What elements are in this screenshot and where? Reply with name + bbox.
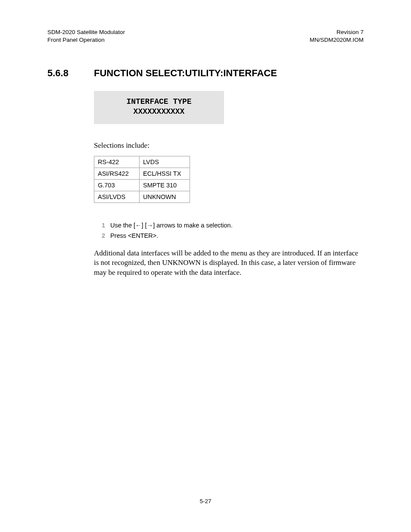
table-row: ASI/LVDS UNKNOWN [94,191,190,202]
section-heading: 5.6.8 FUNCTION SELECT:UTILITY:INTERFACE [47,68,364,79]
options-table: RS-422 LVDS ASI/RS422 ECL/HSSI TX G.703 … [94,156,190,203]
table-row: RS-422 LVDS [94,156,190,168]
arrow-left-icon: ← [135,222,142,229]
section-number: 5.6.8 [47,68,94,79]
header-doc-title: SDM-2020 Satellite Modulator [47,28,125,36]
table-row: G.703 SMPTE 310 [94,179,190,191]
page-header: SDM-2020 Satellite Modulator Front Panel… [47,28,364,44]
step-text: Press <ENTER>. [110,232,158,239]
option-cell: UNKNOWN [140,191,190,202]
step-text-segment: Use the [ [110,222,135,229]
step-text-segment: ] arrows to make a selection. [153,222,233,229]
lcd-display-box: INTERFACE TYPE XXXXXXXXXXX [94,91,224,124]
step-number: 2 [94,232,110,239]
option-cell: ASI/RS422 [94,168,140,179]
page-number: 5-27 [0,498,411,504]
header-right: Revision 7 MN/SDM2020M.IOM [310,28,364,44]
table-row: ASI/RS422 ECL/HSSI TX [94,168,190,179]
step-text-segment: ] [ [142,222,147,229]
header-revision: Revision 7 [310,28,364,36]
step-item: 1 Use the [←] [→] arrows to make a selec… [94,222,364,229]
header-doc-subtitle: Front Panel Operation [47,36,125,44]
option-cell: RS-422 [94,156,140,168]
step-number: 1 [94,222,110,229]
option-cell: G.703 [94,179,140,191]
selections-intro: Selections include: [94,141,364,150]
step-text: Use the [←] [→] arrows to make a selecti… [110,222,233,229]
option-cell: ASI/LVDS [94,191,140,202]
steps-list: 1 Use the [←] [→] arrows to make a selec… [94,222,364,239]
lcd-line-2: XXXXXXXXXXX [94,107,224,117]
option-cell: ECL/HSSI TX [140,168,190,179]
header-doc-id: MN/SDM2020M.IOM [310,36,364,44]
body-paragraph: Additional data interfaces will be added… [94,249,364,277]
page: SDM-2020 Satellite Modulator Front Panel… [0,0,411,532]
step-item: 2 Press <ENTER>. [94,232,364,239]
arrow-right-icon: → [147,222,153,229]
option-cell: SMPTE 310 [140,179,190,191]
lcd-line-1: INTERFACE TYPE [94,97,224,107]
content-column: INTERFACE TYPE XXXXXXXXXXX Selections in… [94,91,364,277]
option-cell: LVDS [140,156,190,168]
section-title: FUNCTION SELECT:UTILITY:INTERFACE [94,68,277,79]
header-left: SDM-2020 Satellite Modulator Front Panel… [47,28,125,44]
